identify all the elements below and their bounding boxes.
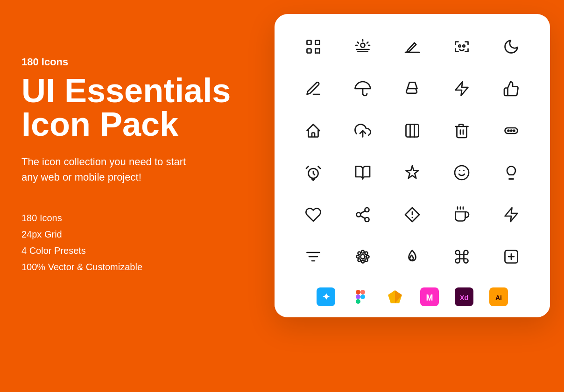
command-icon: [448, 243, 476, 271]
trash-icon: [448, 117, 476, 145]
sparkle-icon: [398, 159, 426, 187]
svg-rect-64: [356, 294, 360, 299]
svg-point-50: [357, 255, 360, 258]
svg-point-55: [358, 259, 361, 262]
svg-point-26: [511, 130, 512, 132]
svg-line-36: [360, 216, 365, 218]
coffee-icon: [448, 201, 476, 229]
svg-point-17: [463, 45, 465, 47]
warning-diamond-icon: [398, 201, 426, 229]
alarm-sleep-icon: [299, 159, 327, 187]
ai-tool-icon: Ai: [488, 287, 509, 307]
feature-4: 100% Vector & Customizable: [21, 262, 246, 273]
scan-icon: [299, 33, 327, 61]
svg-rect-0: [307, 41, 311, 45]
lightning-icon: [497, 201, 525, 229]
product-title: UI Essentials Icon Pack: [21, 74, 246, 141]
home-icon: [299, 117, 327, 145]
moon-icon: [497, 33, 525, 61]
lightbulb-icon: [497, 159, 525, 187]
svg-point-25: [508, 130, 509, 132]
title-line1: UI Essentials: [21, 72, 231, 109]
svg-rect-62: [356, 290, 360, 294]
feature-3: 4 Color Presets: [21, 245, 246, 256]
flower-icon: [349, 243, 377, 271]
columns-icon: [398, 117, 426, 145]
svg-point-66: [360, 294, 365, 299]
craft-tool-icon: ✦: [316, 287, 336, 307]
title-line2: Icon Pack: [21, 105, 178, 143]
sun-fog-icon: [349, 33, 377, 61]
svg-point-47: [361, 255, 365, 259]
svg-point-27: [514, 130, 515, 132]
svg-text:✦: ✦: [322, 292, 330, 302]
figma-tool-icon: [350, 287, 371, 307]
left-panel: 180 Icons UI Essentials Icon Pack The ic…: [21, 56, 246, 278]
xd-tool-icon: Xd: [454, 287, 474, 307]
icons-grid: [293, 28, 531, 275]
svg-point-51: [367, 255, 369, 258]
svg-point-29: [455, 166, 469, 180]
rocket-icon: [448, 75, 476, 103]
svg-point-52: [358, 252, 361, 255]
lab-flask-icon: [398, 75, 426, 103]
smiley-icon: [448, 159, 476, 187]
svg-point-49: [361, 260, 364, 263]
add-square-icon: [497, 243, 525, 271]
heart-icon: [299, 201, 327, 229]
svg-marker-43: [505, 208, 518, 222]
filter-list-icon: [299, 243, 327, 271]
icons-count-label: 180 Icons: [21, 56, 246, 68]
thumbsup-icon: [497, 75, 525, 103]
svg-point-48: [361, 251, 364, 253]
svg-text:Ai: Ai: [495, 294, 502, 301]
tools-bar: ✦: [275, 276, 550, 317]
svg-point-7: [361, 43, 365, 48]
feature-1: 180 Icons: [21, 213, 246, 224]
pencil-edit-icon: [299, 75, 327, 103]
svg-point-16: [458, 45, 461, 47]
umbrella-icon: [349, 75, 377, 103]
face-scan-icon: [448, 33, 476, 61]
features-list: 180 Icons 24px Grid 4 Color Presets 100%…: [21, 213, 246, 273]
svg-line-11: [358, 42, 359, 43]
share-nodes-icon: [349, 201, 377, 229]
pen-underline-icon: [398, 33, 426, 61]
book-open-icon: [349, 159, 377, 187]
svg-text:Xd: Xd: [460, 294, 468, 301]
svg-point-54: [365, 252, 368, 255]
svg-text:M: M: [426, 293, 433, 302]
svg-rect-63: [360, 290, 365, 294]
sketch-tool-icon: [385, 287, 405, 307]
product-subtitle: The icon collection you need to startany…: [21, 154, 246, 185]
more-horizontal-icon: [497, 117, 525, 145]
icon-card: ✦: [275, 14, 550, 317]
svg-point-53: [365, 259, 368, 262]
marvel-tool-icon: M: [419, 287, 440, 307]
svg-line-37: [360, 211, 365, 214]
feature-2: 24px Grid: [21, 229, 246, 240]
svg-rect-1: [316, 41, 320, 45]
cloud-upload-icon: [349, 117, 377, 145]
svg-rect-65: [356, 299, 360, 304]
flame-icon: [398, 243, 426, 271]
svg-rect-2: [307, 49, 311, 53]
svg-rect-19: [406, 125, 419, 137]
svg-line-9: [367, 42, 368, 43]
